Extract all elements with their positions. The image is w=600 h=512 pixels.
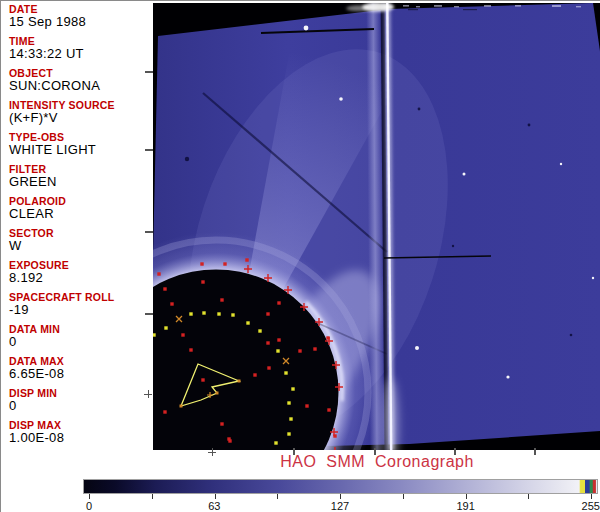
colorbar-label: 127 [331,500,349,512]
red-fiducial-dot [227,437,230,440]
red-fiducial-dot [298,349,301,352]
instrument-title: HAO SMM Coronagraph [153,453,600,473]
red-fiducial-dot [170,302,173,305]
yellow-fiducial-dot [276,349,279,352]
coronagraph-image [153,3,600,450]
yellow-fiducial-dot [246,321,249,324]
red-fiducial-dot [266,312,269,315]
coronagraph-image-canvas [153,3,600,450]
red-fiducial-dot [220,422,223,425]
red-fiducial-dot [267,366,270,369]
metadata-value: CLEAR [9,207,149,221]
axis-tick [145,149,153,151]
colorbar-tick [340,494,341,499]
red-fiducial-dot [277,301,280,304]
metadata-value: 1.00E-08 [9,431,149,445]
metadata-entry: TIME14:33:22 UT [9,36,149,61]
metadata-entry: DISP MIN0 [9,388,149,413]
metadata-value: SUN:CORONA [9,79,149,93]
yellow-fiducial-dot [217,312,220,315]
axis-tick [145,231,153,233]
colorbar-tick [89,494,90,499]
colorbar-label: 255 [582,500,600,512]
red-fiducial-dot [223,262,226,265]
metadata-entry: DATA MIN0 [9,324,149,349]
red-fiducial-dot [266,341,269,344]
axis-tick [454,448,456,455]
metadata-entry: OBJECTSUN:CORONA [9,68,149,93]
polygon-node-dot [238,380,241,383]
colorbar-tick [277,494,278,499]
metadata-entry: FILTERGREEN [9,164,149,189]
yellow-fiducial-dot [164,326,167,329]
red-fiducial-dot [277,338,280,341]
yellow-fiducial-dot [287,432,290,435]
yellow-fiducial-dot [202,311,205,314]
red-fiducial-dot [157,272,160,275]
metadata-value: WHITE LIGHT [9,143,149,157]
metadata-entry: DISP MAX1.00E-08 [9,420,149,445]
yellow-fiducial-dot [291,387,294,390]
metadata-entry: SECTORW [9,228,149,253]
colorbar-tick [591,494,592,499]
red-fiducial-dot [253,373,256,376]
metadata-value: GREEN [9,175,149,189]
metadata-value: 6.65E-08 [9,367,149,381]
metadata-value: 15 Sep 1988 [9,15,149,29]
metadata-entry: EXPOSURE8.192 [9,260,149,285]
dark-speck [185,157,189,161]
metadata-value: 8.192 [9,271,149,285]
metadata-entry: POLAROIDCLEAR [9,196,149,221]
red-fiducial-dot [220,298,223,301]
yellow-fiducial-dot [189,312,192,315]
red-fiducial-dot [305,404,308,407]
red-fiducial-dot [201,378,204,381]
red-fiducial-dot [163,287,166,290]
metadata-panel: DATE15 Sep 1988TIME14:33:22 UTOBJECTSUN:… [9,4,149,452]
star-point [339,97,343,101]
colorbar-tick [152,494,153,499]
red-fiducial-dot [313,347,316,350]
metadata-label: DISP MIN [9,388,149,399]
axis-tick [374,448,376,455]
colorbar-label: 0 [86,500,92,512]
colorbar-label: 63 [208,500,220,512]
metadata-entry: INTENSITY SOURCE(K+F)*V [9,100,149,125]
axis-tick [148,390,150,398]
intensity-colorbar [83,479,598,494]
colorbar-tick [403,494,404,499]
red-fiducial-dot [327,408,330,411]
red-fiducial-dot [201,280,204,283]
colorbar-label: 191 [456,500,474,512]
red-fiducial-dot [189,348,192,351]
colorbar-tick-labels: 063127191255 [83,500,598,512]
axis-tick [534,448,536,455]
colorbar-tick [528,494,529,499]
metadata-entry: DATE15 Sep 1988 [9,4,149,29]
axis-tick [212,448,214,456]
star-point [506,375,509,378]
metadata-entry: DATA MAX6.65E-08 [9,356,149,381]
smm-coronagraph-viewer-window: DATE15 Sep 1988TIME14:33:22 UTOBJECTSUN:… [0,0,600,512]
metadata-label: SECTOR [9,228,149,239]
red-fiducial-dot [245,258,248,261]
star-point [304,26,309,31]
metadata-entry: SPACECRAFT ROLL-19 [9,292,149,317]
colorbar-tick [215,494,216,499]
star-point [592,277,594,279]
yellow-fiducial-dot [231,313,234,316]
star-point [415,346,419,350]
metadata-label: SPACECRAFT ROLL [9,292,149,303]
metadata-value: 0 [9,335,149,349]
dark-speck [418,108,421,111]
dark-speck [528,124,531,127]
red-fiducial-dot [181,333,184,336]
red-fiducial-dot [163,410,166,413]
yellow-fiducial-dot [284,371,287,374]
dark-speck [452,245,454,247]
yellow-fiducial-dot [287,401,290,404]
axis-tick [145,313,153,315]
yellow-fiducial-dot [153,333,156,336]
polygon-node-dot [180,405,183,408]
yellow-fiducial-dot [258,329,261,332]
